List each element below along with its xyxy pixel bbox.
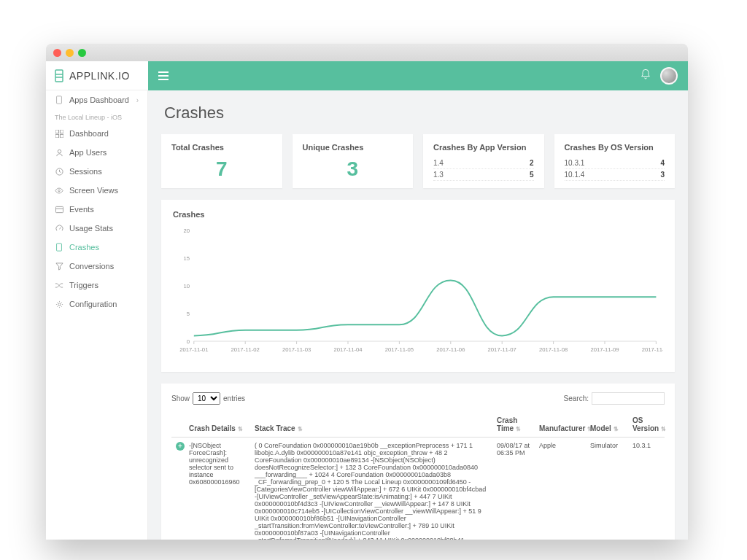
kv-row: 10.3.14 <box>565 158 665 169</box>
kv-value: 4 <box>660 159 665 167</box>
sidebar-item-label: Dashboard <box>69 129 109 138</box>
card-title: Total Crashes <box>171 143 272 152</box>
sidebar-item-label: Screen Views <box>69 186 118 195</box>
eye-icon <box>55 186 63 195</box>
window-minimize-dot[interactable] <box>66 49 74 57</box>
sidebar-item-dashboard[interactable]: Dashboard <box>46 124 147 143</box>
clock-icon <box>55 167 63 176</box>
sidebar-item-sessions[interactable]: Sessions <box>46 162 147 181</box>
sidebar-item-label: Usage Stats <box>69 224 113 233</box>
svg-text:2017-11-07: 2017-11-07 <box>488 346 516 353</box>
svg-rect-14 <box>57 244 62 251</box>
sort-icon: ⇅ <box>238 426 243 432</box>
sidebar-item-usage-stats[interactable]: Usage Stats <box>46 219 147 238</box>
sidebar-item-conversions[interactable]: Conversions <box>46 257 147 276</box>
crashes-line-chart: 051015202017-11-012017-11-022017-11-0320… <box>173 223 663 362</box>
brand-name: APPLINK.IO <box>69 70 130 82</box>
svg-text:2017-11-04: 2017-11-04 <box>333 346 363 353</box>
sidebar: Apps Dashboard › The Local Lineup - iOS … <box>46 90 148 540</box>
sidebar-item-label: Sessions <box>69 167 102 176</box>
search-input[interactable] <box>592 392 665 405</box>
window-close-dot[interactable] <box>53 49 61 57</box>
svg-text:5: 5 <box>187 311 190 317</box>
cell-model: Simulator <box>586 438 628 540</box>
expand-row-button[interactable]: + <box>176 442 185 451</box>
sidebar-item-label: Apps Dashboard <box>69 96 129 104</box>
page-title: Crashes <box>161 90 675 134</box>
grid-icon <box>55 129 63 138</box>
svg-text:20: 20 <box>184 228 190 234</box>
kv-row: 10.1.43 <box>565 169 665 181</box>
svg-text:2017-11-09: 2017-11-09 <box>590 346 619 353</box>
user-avatar[interactable] <box>660 67 678 85</box>
column-header[interactable]: Manufacturer⇅ <box>535 412 586 438</box>
card-title: Unique Crashes <box>303 143 403 152</box>
window-titlebar <box>46 44 688 61</box>
kv-key: 1.4 <box>433 159 444 167</box>
show-label-pre: Show <box>171 394 190 402</box>
svg-rect-6 <box>55 134 59 138</box>
brand-mark-icon <box>53 69 65 82</box>
svg-line-13 <box>59 227 61 229</box>
kv-value: 5 <box>530 171 534 179</box>
sidebar-item-events[interactable]: Events <box>46 200 147 219</box>
sidebar-item-crashes[interactable]: Crashes <box>46 238 147 257</box>
column-header[interactable]: Crash Time⇅ <box>492 412 535 438</box>
card-title: Crashes By OS Version <box>565 143 665 152</box>
cell-manufacturer: Apple <box>535 438 586 540</box>
sidebar-item-label: App Users <box>69 148 107 157</box>
kv-key: 1.3 <box>433 171 444 179</box>
column-header[interactable]: OS Version⇅ <box>628 412 665 438</box>
shuffle-icon <box>55 281 63 289</box>
sidebar-item-configuration[interactable]: Configuration <box>46 295 147 314</box>
gear-icon <box>55 300 63 308</box>
sidebar-item-triggers[interactable]: Triggers <box>46 276 147 295</box>
sidebar-item-label: Conversions <box>69 262 114 271</box>
sort-icon: ⇅ <box>516 426 521 432</box>
svg-point-10 <box>58 190 61 192</box>
svg-text:10: 10 <box>184 283 190 289</box>
sidebar-item-label: Crashes <box>69 243 99 252</box>
gauge-icon <box>55 224 63 233</box>
kv-key: 10.1.4 <box>565 171 585 179</box>
page-size-select[interactable]: 10 <box>193 392 220 405</box>
phone-icon <box>55 96 63 104</box>
svg-rect-5 <box>60 130 63 133</box>
svg-text:2017-11-08: 2017-11-08 <box>539 346 568 353</box>
svg-point-15 <box>58 303 61 306</box>
column-header[interactable]: Crash Details⇅ <box>185 412 250 438</box>
svg-rect-3 <box>57 96 62 104</box>
svg-text:2017-11-10: 2017-11-10 <box>642 346 663 353</box>
column-header[interactable]: Stack Trace⇅ <box>250 412 492 438</box>
sidebar-item-label: Events <box>69 205 94 214</box>
column-header <box>171 412 185 438</box>
kv-key: 10.3.1 <box>565 159 585 167</box>
kv-row: 1.35 <box>433 169 534 181</box>
phone-icon <box>55 243 63 252</box>
notifications-bell-icon[interactable] <box>640 69 651 83</box>
brand-logo[interactable]: APPLINK.IO <box>46 61 148 90</box>
crash-table-card: Show 10 entries Search: Crash Details⇅St… <box>161 384 675 540</box>
card-by-os-version: Crashes By OS Version 10.3.1410.1.43 <box>554 134 676 188</box>
svg-text:2017-11-05: 2017-11-05 <box>385 346 414 353</box>
crash-table: Crash Details⇅Stack Trace⇅Crash Time⇅Man… <box>171 412 665 540</box>
svg-text:2017-11-02: 2017-11-02 <box>231 346 260 353</box>
table-row: +-[NSObject ForceCrash]: unrecognized se… <box>171 438 665 540</box>
cell-stack-trace: ( 0 CoreFoundation 0x000000010ae19b0b __… <box>250 438 492 540</box>
svg-rect-11 <box>55 206 63 212</box>
card-by-app-version: Crashes By App Version 1.421.35 <box>423 134 544 188</box>
column-header[interactable]: Model⇅ <box>586 412 628 438</box>
svg-rect-4 <box>55 130 59 133</box>
chevron-right-icon: › <box>136 96 139 104</box>
svg-point-8 <box>58 149 61 153</box>
card-title: Crashes By App Version <box>433 143 534 152</box>
svg-text:2017-11-06: 2017-11-06 <box>436 346 465 353</box>
search-label: Search: <box>564 394 589 402</box>
sidebar-item-apps-dashboard[interactable]: Apps Dashboard › <box>46 90 147 109</box>
svg-text:0: 0 <box>187 338 190 345</box>
sidebar-section-label: The Local Lineup - iOS <box>46 109 147 124</box>
sidebar-item-screen-views[interactable]: Screen Views <box>46 181 147 200</box>
sidebar-item-app-users[interactable]: App Users <box>46 143 147 162</box>
menu-toggle-icon[interactable] <box>158 71 169 80</box>
window-zoom-dot[interactable] <box>78 49 86 57</box>
